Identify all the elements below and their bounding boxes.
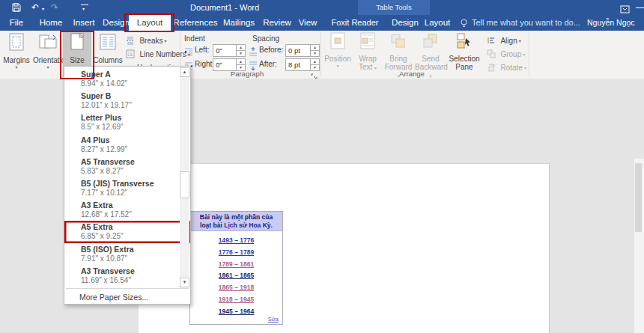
indent-right-field-label: Right: xyxy=(195,60,214,68)
size-option[interactable]: B5 (JIS) Transverse7.17" x 10.12" xyxy=(64,177,190,199)
size-option-name: A5 Transverse xyxy=(81,157,135,166)
indent-left-input[interactable]: 0" xyxy=(213,44,237,57)
infobox-header-line1: Bài này là một phần của xyxy=(200,213,273,221)
customize-quick-access-caret[interactable]: ▾ xyxy=(82,6,85,11)
rotate-button: Rotate▾ xyxy=(487,61,526,73)
selection-pane-button[interactable]: SelectionPane xyxy=(448,32,481,77)
selection-pane-label-2: Pane xyxy=(455,63,473,71)
size-option[interactable]: A3 Extra12.68" x 17.52" xyxy=(64,199,190,221)
infobox-year-link[interactable]: 1865 – 1918 xyxy=(190,282,282,294)
infobox-year-link[interactable]: 1493 – 1776 xyxy=(190,235,282,247)
size-option[interactable]: A5 Transverse5.83" x 8.27" xyxy=(64,156,190,177)
size-option[interactable]: Super A8.94" x 14.02" xyxy=(64,68,190,90)
align-label: Align xyxy=(500,37,517,45)
position-icon xyxy=(323,32,352,53)
tab-layout[interactable]: Layout xyxy=(129,15,171,31)
selection-pane-icon xyxy=(448,32,481,53)
send-backward-icon xyxy=(415,32,446,53)
tab-review[interactable]: Review xyxy=(261,15,294,31)
bring-forward-label-1: Bring xyxy=(389,55,407,63)
scroll-up-icon[interactable]: ▲ xyxy=(180,67,189,77)
infobox-year-link[interactable]: 1789 – 1861 xyxy=(190,259,282,271)
tab-home[interactable]: Home xyxy=(36,15,66,31)
align-icon xyxy=(487,34,496,48)
more-paper-sizes-item[interactable]: More Paper Sizes... xyxy=(64,289,190,304)
tab-view[interactable]: View xyxy=(295,15,321,31)
indent-label: Indent xyxy=(184,34,205,43)
size-option-dimensions: 12.01" x 19.17" xyxy=(81,101,132,109)
tab-foxit-reader-pdf[interactable]: Foxit Reader PDF xyxy=(322,15,388,31)
redo-icon: ↷ xyxy=(51,0,58,15)
spacing-before-stepper[interactable]: ▲▼ xyxy=(310,44,319,57)
align-button[interactable]: Align▾ xyxy=(487,34,521,46)
size-option[interactable]: A3 Transverse11.69" x 16.54" xyxy=(64,265,190,287)
size-option[interactable]: Letter Plus8.5" x 12.69" xyxy=(64,111,190,133)
bring-forward-icon xyxy=(383,32,413,53)
margins-label: Margins xyxy=(1,56,31,64)
size-option-dimensions: 11.69" x 16.54" xyxy=(81,276,131,284)
tab-insert[interactable]: Insert xyxy=(69,15,99,31)
tab-table-tools-design[interactable]: Design xyxy=(389,15,421,31)
group-label: Group xyxy=(500,50,521,58)
tab-design[interactable]: Design xyxy=(100,15,132,31)
size-dropdown-menu: Super A8.94" x 14.02"Super B12.01" x 19.… xyxy=(64,66,191,305)
size-option[interactable]: A5 Extra6.85" x 9.25" xyxy=(64,221,190,242)
size-icon xyxy=(63,32,91,55)
indent-left-stepper[interactable]: ▲▼ xyxy=(236,44,245,57)
infobox-edit-link[interactable]: Sửa xyxy=(268,316,279,323)
table-tools-label: Table Tools xyxy=(358,0,430,15)
infobox-header-link[interactable]: Lịch sử Hoa Kỳ. xyxy=(224,222,273,229)
tab-mailings[interactable]: Mailings xyxy=(220,15,258,31)
infobox-year-link[interactable]: 1776 – 1789 xyxy=(190,247,282,259)
columns-icon xyxy=(93,32,123,55)
margins-icon xyxy=(1,32,31,55)
ribbon-tab-row: File Home Insert Design Layout Reference… xyxy=(0,15,644,31)
infobox-links: 1493 – 17761776 – 17891789 – 18611861 – … xyxy=(190,231,282,318)
size-option-name: Letter Plus xyxy=(81,113,121,122)
breaks-caret-icon: ▾ xyxy=(165,39,167,43)
save-icon[interactable] xyxy=(12,0,21,16)
size-option-name: Super A xyxy=(81,70,111,79)
size-menu-scrollbar-thumb[interactable] xyxy=(180,171,189,198)
group-caret-icon: ▾ xyxy=(523,52,525,57)
document-scrollbar-thumb[interactable] xyxy=(635,163,642,232)
indent-left-field-label: Left: xyxy=(195,46,209,54)
spacing-after-input[interactable]: 8 pt xyxy=(285,58,312,71)
margins-button[interactable]: Margins ▾ xyxy=(1,32,31,77)
position-button: Position ▾ xyxy=(323,32,352,77)
group-icon xyxy=(487,48,496,61)
infobox-header-line2-prefix: loạt bài xyxy=(200,222,224,229)
scroll-down-icon[interactable]: ▼ xyxy=(180,278,189,287)
tab-file[interactable]: File xyxy=(3,15,30,31)
size-label: Size xyxy=(63,56,91,64)
customize-quick-access-icon[interactable] xyxy=(81,4,88,5)
orientation-icon xyxy=(33,32,63,55)
spacing-before-input[interactable]: 0 pt xyxy=(285,44,312,57)
infobox-year-link[interactable]: 1861 – 1865 xyxy=(190,270,282,282)
tab-table-tools-layout[interactable]: Layout xyxy=(421,15,454,31)
arrange-group-label: Arrange xyxy=(374,70,449,78)
spacing-before-icon xyxy=(249,46,258,59)
indent-left-icon xyxy=(184,46,193,59)
size-option-name: A4 Plus xyxy=(81,135,110,144)
orientation-caret-icon: ▾ xyxy=(33,65,63,70)
line-numbers-icon xyxy=(126,48,135,61)
size-option[interactable]: A4 Plus8.27" x 12.99" xyxy=(64,134,190,156)
align-caret-icon: ▾ xyxy=(519,39,521,43)
minimize-icon[interactable]: — xyxy=(636,2,644,13)
tab-references[interactable]: References xyxy=(172,15,219,31)
size-option-dimensions: 7.17" x 10.12" xyxy=(81,189,127,197)
size-option-name: B5 (JIS) Transverse xyxy=(81,179,154,188)
breaks-button[interactable]: Breaks▾ xyxy=(126,34,167,46)
size-option[interactable]: Super B12.01" x 19.17" xyxy=(64,90,190,111)
breaks-label: Breaks xyxy=(139,37,162,45)
breaks-icon xyxy=(126,34,135,48)
infobox-year-link[interactable]: 1918 – 1945 xyxy=(190,294,282,306)
orientation-button[interactable]: Orientation ▾ xyxy=(33,32,63,77)
title-bar: ↶ ▾ ↷ ▾ Document1 - Word — xyxy=(0,0,644,15)
undo-icon[interactable]: ↶ xyxy=(31,0,39,15)
size-option-dimensions: 6.85" x 9.25" xyxy=(81,232,124,240)
size-option[interactable]: B5 (ISO) Extra7.91" x 10.87" xyxy=(64,243,190,265)
tell-me-box[interactable]: Tell me what you want to do... xyxy=(472,15,580,31)
undo-caret-icon[interactable]: ▾ xyxy=(42,6,44,11)
